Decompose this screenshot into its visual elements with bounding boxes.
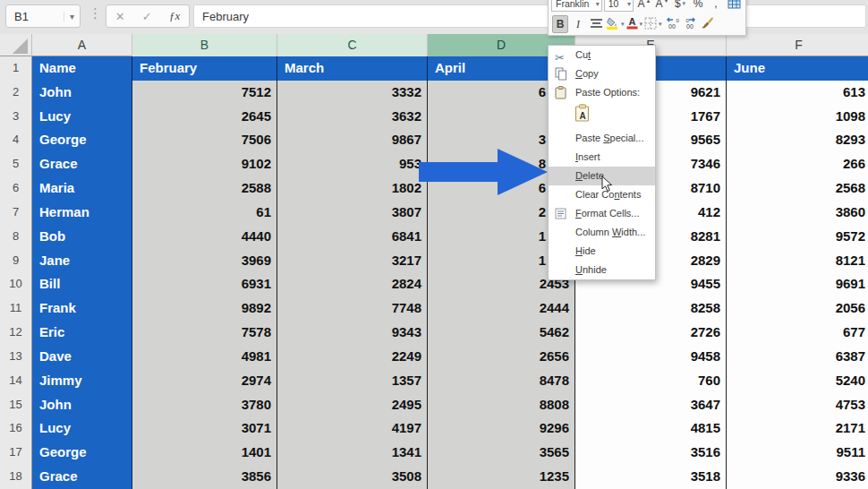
cell-june-row5[interactable]: 266 [727, 152, 868, 177]
cell-april-row12[interactable]: 5462 [428, 321, 575, 346]
row-header-7[interactable]: 7 [0, 201, 32, 226]
italic-button[interactable]: I [570, 15, 586, 33]
cell-february-row2[interactable]: 7512 [132, 81, 277, 106]
cell-february-row8[interactable]: 4440 [132, 225, 277, 250]
formula-bar[interactable]: February [193, 4, 866, 28]
row-header-9[interactable]: 9 [0, 249, 32, 273]
cell-february-row15[interactable]: 3780 [132, 393, 277, 417]
cell-april-row15[interactable]: 8808 [428, 393, 575, 417]
cell-may-row17[interactable]: 3516 [575, 441, 727, 466]
column-header-C[interactable]: C [277, 34, 428, 56]
menu-item-hide[interactable]: Hide [549, 242, 655, 261]
cell-name-row12[interactable]: Eric [32, 321, 132, 346]
cell-name-row17[interactable]: George [32, 441, 132, 466]
cell-june-row13[interactable]: 6387 [727, 345, 868, 370]
cell-february-row9[interactable]: 3969 [132, 249, 277, 273]
cell-february-row11[interactable]: 9892 [132, 296, 277, 322]
cell-may-row11[interactable]: 8258 [575, 296, 727, 322]
cell-march-row16[interactable]: 4197 [277, 416, 428, 442]
menu-item-unhide[interactable]: Unhide [549, 261, 655, 279]
cell-name-row16[interactable]: Lucy [32, 416, 132, 442]
decrease-decimal-button[interactable]: 000 [664, 15, 680, 33]
cell-april-row17[interactable]: 3565 [428, 441, 575, 466]
cell-march-row6[interactable]: 1802 [277, 176, 428, 202]
cell-march-row18[interactable]: 3508 [277, 465, 428, 489]
cell-june-row10[interactable]: 9691 [727, 272, 868, 297]
cell-april-row13[interactable]: 2656 [428, 345, 575, 370]
row-header-14[interactable]: 14 [0, 369, 32, 394]
cell-march-row12[interactable]: 9343 [277, 321, 428, 346]
cell-march-row5[interactable]: 953 [277, 152, 428, 177]
cell-april-row11[interactable]: 2444 [428, 296, 575, 322]
insert-function-icon[interactable]: ƒx [169, 9, 180, 23]
cell-june-row18[interactable]: 9336 [727, 465, 868, 489]
cell-name-row9[interactable]: Jane [32, 249, 132, 273]
format-table-button[interactable] [726, 0, 742, 13]
cell-february-row4[interactable]: 7506 [132, 128, 277, 153]
confirm-entry-icon[interactable]: ✓ [142, 10, 152, 23]
menu-item-copy[interactable]: Copy [549, 64, 655, 83]
cell-header-name-row1[interactable]: Name [32, 56, 132, 82]
row-header-5[interactable]: 5 [0, 152, 32, 177]
cell-april-row14[interactable]: 8478 [428, 369, 575, 394]
bold-button[interactable]: B [552, 15, 568, 33]
menu-item-paste-keep-text[interactable]: A [549, 102, 655, 129]
row-header-16[interactable]: 16 [0, 416, 32, 442]
cell-june-row17[interactable]: 9511 [727, 441, 868, 466]
percent-style-button[interactable]: % [690, 0, 706, 13]
row-header-4[interactable]: 4 [0, 128, 32, 153]
cell-april-row18[interactable]: 1235 [428, 465, 575, 489]
row-header-2[interactable]: 2 [0, 81, 32, 106]
cell-june-row9[interactable]: 8121 [727, 249, 868, 273]
cell-february-row17[interactable]: 1401 [132, 441, 277, 466]
row-header-8[interactable]: 8 [0, 225, 32, 250]
cell-march-row17[interactable]: 1341 [277, 441, 428, 466]
decrease-font-button[interactable]: A▼ [654, 0, 670, 13]
cell-header-june-row1[interactable]: June [727, 56, 868, 82]
cell-june-row6[interactable]: 2568 [727, 176, 868, 202]
menu-item-format-cells[interactable]: Format Cells... [549, 204, 655, 223]
cell-june-row2[interactable]: 613 [727, 81, 868, 106]
row-header-12[interactable]: 12 [0, 321, 32, 346]
cell-february-row18[interactable]: 3856 [132, 465, 277, 489]
cell-february-row7[interactable]: 61 [132, 201, 277, 226]
cell-name-row11[interactable]: Frank [32, 296, 132, 322]
row-header-17[interactable]: 17 [0, 441, 32, 466]
menu-item-insert[interactable]: Insert [549, 148, 655, 167]
cell-march-row4[interactable]: 9867 [277, 128, 428, 153]
cell-header-february-row1[interactable]: February [132, 56, 277, 82]
cell-march-row2[interactable]: 3332 [277, 81, 428, 106]
row-header-1[interactable]: 1 [0, 56, 32, 82]
cell-march-row8[interactable]: 6841 [277, 225, 428, 250]
cell-june-row16[interactable]: 2171 [727, 416, 868, 442]
font-size-select[interactable]: 10▾ [604, 0, 634, 12]
cell-name-row7[interactable]: Herman [32, 201, 132, 226]
menu-item-paste-options[interactable]: Paste Options: [549, 83, 655, 102]
align-center-button[interactable] [588, 15, 604, 33]
cell-name-row14[interactable]: Jimmy [32, 369, 132, 394]
cell-february-row13[interactable]: 4981 [132, 345, 277, 370]
cell-name-row6[interactable]: Maria [32, 176, 132, 202]
name-box[interactable]: B1 ▾ [5, 4, 81, 28]
cell-february-row14[interactable]: 2974 [132, 369, 277, 394]
cell-name-row15[interactable]: John [32, 393, 132, 417]
cell-june-row14[interactable]: 5240 [727, 369, 868, 394]
cell-may-row12[interactable]: 2726 [575, 321, 727, 346]
cell-header-march-row1[interactable]: March [277, 56, 428, 82]
cell-march-row3[interactable]: 3632 [277, 105, 428, 129]
cell-may-row18[interactable]: 3518 [575, 465, 727, 489]
cell-june-row3[interactable]: 1098 [727, 105, 868, 129]
cell-june-row12[interactable]: 677 [727, 321, 868, 346]
menu-item-cut[interactable]: ✂Cut [549, 46, 655, 64]
cell-may-row16[interactable]: 4815 [575, 416, 727, 442]
cell-may-row14[interactable]: 760 [575, 369, 727, 394]
increase-font-button[interactable]: A▲ [636, 0, 652, 13]
cell-march-row7[interactable]: 3807 [277, 201, 428, 226]
cell-june-row4[interactable]: 8293 [727, 128, 868, 153]
cell-name-row8[interactable]: Bob [32, 225, 132, 250]
cell-february-row6[interactable]: 2588 [132, 176, 277, 202]
row-header-18[interactable]: 18 [0, 465, 32, 489]
cell-march-row15[interactable]: 2495 [277, 393, 428, 417]
accounting-format-button[interactable]: $▾ [672, 0, 688, 13]
cell-march-row10[interactable]: 2824 [277, 272, 428, 297]
